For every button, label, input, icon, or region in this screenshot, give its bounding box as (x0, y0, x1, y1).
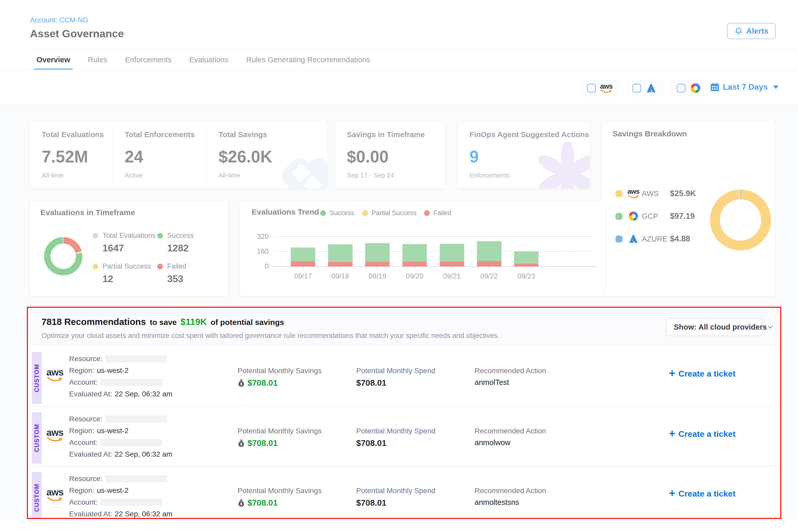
stat-label: FinOps Agent Suggested Actions (470, 130, 589, 139)
trend-legend-success: Success (320, 209, 354, 217)
provider-filters: aws (582, 80, 707, 96)
bar-segment-success (440, 244, 464, 262)
caret-down-icon (773, 86, 779, 89)
savings-value: $708.01 (247, 378, 278, 388)
region-label: Region: (69, 366, 94, 375)
spend-value: $708.01 (356, 498, 386, 508)
eval-legend-total-evaluations: Total Evaluations1647 (93, 232, 156, 254)
create-ticket-button[interactable]: +Create a ticket (669, 429, 736, 439)
column-header: Potential Monthly Spend (356, 367, 436, 375)
recommendation-row-1: CUSTOMawsResource:Region:us-west-2Accoun… (28, 346, 780, 406)
provider-name: AWS (642, 189, 670, 198)
legend-dot (320, 210, 326, 216)
x-axis-tick-label: 09/22 (471, 272, 508, 280)
redacted-account-value (100, 439, 162, 446)
evaluated-at-value: 22 Sep, 06:32 am (115, 390, 172, 398)
legend-value: 1282 (167, 243, 194, 254)
bar-segment-success (514, 251, 538, 263)
stat-caption: Active (125, 172, 142, 179)
legend-dot (93, 233, 98, 239)
savings-breakdown-card: Savings Breakdown awsAWS$25.9KGCP$97.19A… (602, 122, 775, 296)
recommendation-row-2: CUSTOMawsResource:Region:us-west-2Accoun… (28, 406, 780, 466)
aws-checkbox[interactable] (587, 84, 596, 93)
bar-segment-failed (440, 262, 464, 267)
tab-bar: OverviewRulesEnforcementsEvaluationsRule… (34, 54, 373, 70)
legend-dot (93, 264, 98, 269)
legend-dot (362, 210, 368, 216)
gcp-logo-icon (690, 82, 701, 94)
eval-legend-failed: Failed353 (157, 262, 187, 285)
redacted-resource-value (105, 355, 167, 362)
region-value: us-west-2 (97, 426, 129, 435)
stat-caption: All-time (42, 172, 63, 179)
savings-legend-row-azure: AZURE$4.88 (615, 233, 690, 245)
create-ticket-button[interactable]: +Create a ticket (669, 369, 736, 379)
azure-checkbox[interactable] (632, 84, 641, 93)
gcp-checkbox[interactable] (677, 84, 686, 93)
cloud-watermark (275, 146, 327, 188)
legend-color-swatch (615, 235, 623, 243)
region-value: us-west-2 (97, 366, 129, 375)
tab-rules[interactable]: Rules (85, 56, 110, 70)
header-divider (30, 50, 798, 50)
x-axis-tick-label: 09/21 (434, 272, 470, 280)
create-ticket-label: Create a ticket (679, 489, 736, 499)
region-value: us-west-2 (97, 486, 129, 495)
tab-rules-generating-recommendations[interactable]: Rules Generating Recommendations (244, 56, 373, 70)
column-header: Potential Monthly Spend (356, 427, 436, 435)
column-header: Potential Monthly Savings (238, 487, 322, 495)
cloud-provider-filter-dropdown[interactable]: Show: All cloud providers (666, 318, 762, 336)
money-bag-icon: $ (238, 439, 245, 447)
x-axis-tick (414, 267, 415, 270)
redacted-account-value (100, 499, 162, 506)
evaluated-at-label: Evaluated At: (69, 390, 112, 398)
stat-label: Savings in Timeframe (347, 130, 425, 139)
bar-09-21 (440, 244, 464, 267)
bar-segment-failed (477, 261, 501, 267)
create-ticket-button[interactable]: +Create a ticket (669, 489, 736, 499)
tab-evaluations[interactable]: Evaluations (187, 56, 231, 70)
account-label: Account: (69, 378, 97, 386)
stat-caption: Sep 17 - Sep 24 (347, 172, 394, 179)
stat-value: 9 (470, 147, 479, 166)
custom-rule-badge: CUSTOM (32, 352, 42, 404)
date-range-label: Last 7 Days (723, 82, 768, 92)
legend-label: Failed (433, 209, 451, 217)
redacted-account-value (100, 379, 162, 386)
alerts-button[interactable]: Alerts (727, 23, 776, 39)
x-axis-tick (340, 267, 341, 270)
recommendations-panel-highlight: 7818 Recommendations to save $119K of po… (27, 307, 781, 519)
bar-segment-success (328, 244, 353, 261)
aws-logo-icon: aws (46, 368, 63, 382)
column-header: Potential Monthly Savings (238, 367, 322, 375)
region-label: Region: (69, 486, 94, 495)
resource-label: Resource: (69, 355, 102, 363)
tabs-divider (0, 71, 798, 71)
create-ticket-label: Create a ticket (679, 369, 736, 379)
date-range-filter[interactable]: Last 7 Days (710, 82, 779, 92)
evaluated-at-label: Evaluated At: (69, 510, 112, 518)
legend-dot (424, 210, 430, 216)
bar-segment-failed (291, 261, 315, 267)
provider-filter-gcp[interactable] (671, 80, 707, 96)
provider-filter-aws[interactable]: aws (582, 80, 618, 96)
action-value: anmoltestsns (475, 498, 519, 507)
legend-label: Partial Success (372, 209, 416, 217)
eval-legend-partial-success: Partial Success12 (93, 262, 151, 285)
eval-legend-success: Success1282 (157, 232, 194, 254)
tab-enforcements[interactable]: Enforcements (122, 56, 174, 70)
tab-overview[interactable]: Overview (34, 56, 73, 70)
redacted-resource-value (105, 415, 167, 423)
stat-total-evaluations: Total Evaluations 7.52M All-time (30, 122, 113, 188)
legend-dot (157, 233, 163, 239)
column-header: Potential Monthly Spend (356, 487, 436, 495)
column-header: Recommended Action (475, 367, 546, 375)
provider-name: AZURE (642, 235, 670, 243)
provider-logo: aws (46, 429, 63, 442)
provider-filter-azure[interactable] (627, 80, 662, 96)
card-title: Evaluations in Timeframe (40, 208, 135, 217)
account-breadcrumb[interactable]: Account: CCM-NG (30, 16, 89, 24)
stat-total-enforcements: Total Enforcements 24 Active (113, 122, 207, 188)
provider-savings-amount: $97.19 (670, 211, 695, 221)
y-axis-tick-label: 160 (246, 247, 269, 255)
